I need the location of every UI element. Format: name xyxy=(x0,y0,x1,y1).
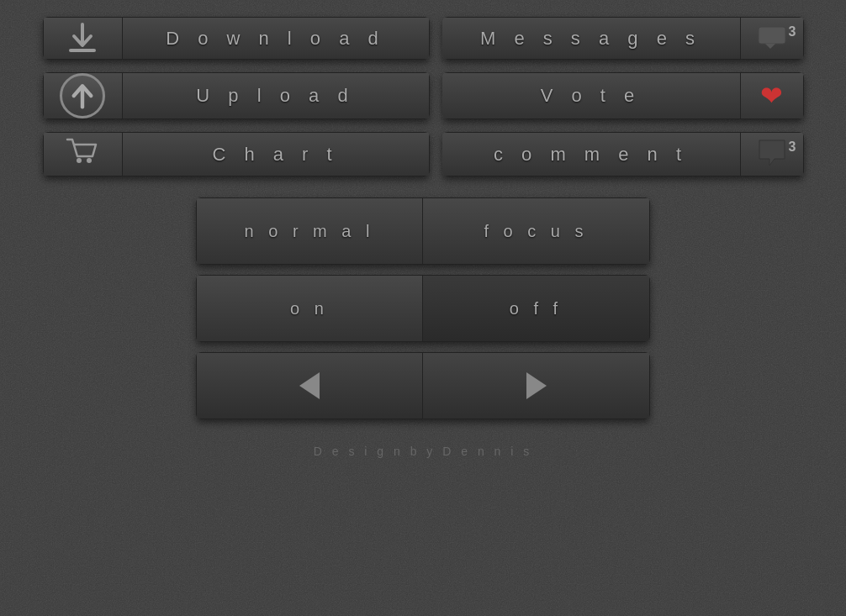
upload-icon xyxy=(64,77,101,114)
focus-button[interactable]: f o c u s xyxy=(423,197,650,265)
cart-icon xyxy=(64,133,101,176)
messages-button-group[interactable]: M e s s a g e s 3 xyxy=(442,17,804,60)
messages-label[interactable]: M e s s a g e s xyxy=(442,17,741,60)
download-label[interactable]: D o w n l o a d xyxy=(123,17,430,60)
comment-button-group[interactable]: c o m m e n t 3 xyxy=(442,132,804,176)
download-icon-button[interactable] xyxy=(43,17,123,60)
comment-label[interactable]: c o m m e n t xyxy=(442,132,741,176)
off-button[interactable]: o f f xyxy=(423,275,650,342)
svg-rect-2 xyxy=(759,27,785,44)
vote-label[interactable]: V o t e xyxy=(442,72,741,119)
next-button[interactable] xyxy=(423,352,650,419)
comment-count: 3 xyxy=(789,140,796,155)
comment-icon xyxy=(756,137,788,176)
normal-focus-row: n o r m a l f o c u s xyxy=(196,197,650,265)
on-button[interactable]: o n xyxy=(196,275,423,342)
message-icon xyxy=(757,22,787,59)
svg-point-5 xyxy=(77,158,82,163)
prev-arrow-icon xyxy=(299,372,320,399)
svg-marker-3 xyxy=(765,44,775,49)
bottom-section: n o r m a l f o c u s o n o f f xyxy=(196,197,650,419)
normal-button[interactable]: n o r m a l xyxy=(196,197,423,265)
download-button-group[interactable]: D o w n l o a d xyxy=(43,17,430,60)
footer-text: D e s i g n b y D e n n i s xyxy=(314,445,533,458)
download-icon xyxy=(64,20,101,57)
chart-button-group[interactable]: C h a r t xyxy=(43,132,430,176)
svg-point-6 xyxy=(87,158,92,163)
cart-icon-button[interactable] xyxy=(43,132,123,176)
comment-badge[interactable]: 3 xyxy=(741,132,804,176)
messages-count: 3 xyxy=(789,24,796,39)
vote-badge[interactable]: ❤ xyxy=(741,72,804,119)
messages-badge[interactable]: 3 xyxy=(741,17,804,60)
next-arrow-icon xyxy=(526,372,547,399)
upload-icon-button[interactable] xyxy=(43,72,123,119)
on-off-row: o n o f f xyxy=(196,275,650,342)
heart-icon: ❤ xyxy=(760,80,783,112)
prev-button[interactable] xyxy=(196,352,423,419)
upload-label[interactable]: U p l o a d xyxy=(123,72,430,119)
prev-next-row xyxy=(196,352,650,419)
upload-circle xyxy=(60,73,105,118)
upload-button-group[interactable]: U p l o a d xyxy=(43,72,430,119)
chart-label[interactable]: C h a r t xyxy=(123,132,430,176)
vote-button-group[interactable]: V o t e ❤ xyxy=(442,72,804,119)
